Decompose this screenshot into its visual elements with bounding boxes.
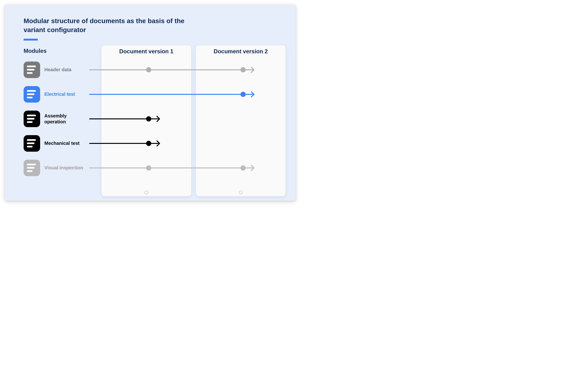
document-icon — [24, 160, 40, 176]
document-icon — [24, 135, 40, 152]
diagram-panel: Modular structure of documents as the ba… — [5, 5, 296, 201]
card-handle-icon — [145, 190, 148, 194]
document-icon — [24, 86, 40, 102]
module-row: Header data — [24, 60, 85, 79]
diagram-title: Modular structure of documents as the ba… — [24, 16, 189, 34]
module-row: Mechanical test — [24, 134, 85, 152]
document-version-1-card: Document version 1 — [102, 45, 191, 196]
module-row: Electrical test — [24, 85, 85, 104]
module-label: Electrical test — [44, 91, 85, 97]
module-list: Header dataElectrical testAssembly opera… — [24, 60, 85, 183]
document-version-2-card: Document version 2 — [196, 45, 286, 196]
accent-bar — [24, 39, 38, 40]
card-title-v1: Document version 1 — [102, 48, 191, 55]
module-label: Assembly operation — [44, 113, 85, 125]
module-label: Visual inspection — [44, 165, 85, 171]
module-row: Assembly operation — [24, 110, 85, 128]
document-icon — [24, 110, 40, 127]
column-header-modules: Modules — [24, 48, 47, 54]
card-handle-icon — [239, 190, 243, 194]
diagram-content: Modules Document version 1 Document vers… — [24, 48, 284, 194]
module-row: Visual inspection — [24, 159, 85, 177]
module-label: Header data — [44, 67, 85, 73]
card-title-v2: Document version 2 — [196, 48, 286, 55]
document-icon — [24, 62, 40, 78]
module-label: Mechanical test — [44, 140, 85, 146]
